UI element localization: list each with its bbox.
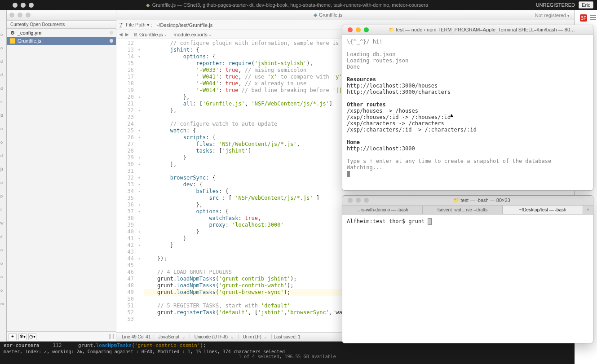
- history-button[interactable]: ◷▾: [28, 333, 36, 340]
- new-tab-button[interactable]: +: [583, 206, 593, 214]
- extension-badge[interactable]: BP: [580, 14, 587, 22]
- sidebar-file-item[interactable]: 🟨Gruntfile.js: [7, 37, 116, 45]
- bottom-tab[interactable]: eor-coursera: [4, 342, 39, 348]
- header-tabs-text: ◆ Gruntfile.js — CSnet3, github-pages-st…: [38, 2, 536, 8]
- user-button[interactable]: Eric: [579, 1, 593, 9]
- terminal-title: test — node ‹ npm TERM_PROGRAM=Apple_Ter…: [396, 27, 575, 32]
- file-icon: 🗎: [133, 32, 138, 37]
- terminal-titlebar[interactable]: 📁test — -bash — 80×23: [342, 196, 593, 206]
- gear-button[interactable]: ✻▾: [18, 333, 27, 340]
- dropdown-icon[interactable]: ⌄: [208, 32, 212, 37]
- traffic-lights-dim[interactable]: [348, 198, 369, 203]
- terminal-window-bash[interactable]: 📁test — -bash — 80×23 …rs-with-domino — …: [342, 195, 593, 343]
- breadcrumb-file[interactable]: 🗎Gruntfile.js ⌄: [132, 32, 169, 37]
- bottom-line-number: 112: [44, 342, 62, 348]
- editor-titlebar: ◆Gruntfile.js Not registered ▾: [116, 10, 574, 20]
- filepath-label[interactable]: File Path ▾ :: [126, 22, 152, 28]
- status-position[interactable]: Line 49 Col 41: [119, 334, 154, 339]
- traffic-lights-dim[interactable]: [9, 13, 31, 18]
- traffic-lights[interactable]: [348, 27, 369, 32]
- terminal-tab[interactable]: …rs-with-domino — -bash: [342, 206, 423, 214]
- terminal-tab[interactable]: ~/Desktop/test — -bash: [503, 206, 583, 214]
- bottom-panel: eor-coursera 112 grunt.loadNpmTasks('gru…: [0, 342, 575, 364]
- not-registered-label: Not registered: [535, 13, 566, 18]
- terminal-body[interactable]: Alfheim:test thor$ grunt: [342, 215, 593, 343]
- filepath-value: ~/Desktop/test/Gruntfile.js: [156, 22, 212, 28]
- dropdown-icon[interactable]: ⌄: [164, 32, 168, 37]
- status-encoding[interactable]: Unicode (UTF-8) ⌄: [192, 334, 239, 339]
- terminal-title: test — -bash — 80×23: [460, 197, 510, 203]
- hamburger-icon[interactable]: [590, 15, 596, 20]
- modified-dot-icon: [110, 39, 113, 43]
- breadcrumb-symbol[interactable]: module.exports ⌄: [172, 32, 214, 37]
- file-icon: 🟨: [9, 38, 16, 44]
- fold-column[interactable]: ▾▾◂◂▾▾◂◂▾▾▾◂▾◂◂◂◂: [136, 39, 142, 332]
- file-icon: ◆: [314, 12, 317, 18]
- unregistered-label: UNREGISTERED: [536, 2, 575, 8]
- resize-handle[interactable]: [108, 334, 114, 339]
- folder-icon: 📁: [389, 27, 395, 32]
- file-icon: ◆: [146, 2, 150, 8]
- left-tab-strip: oodddsBoodjsoptwirooooru: [0, 10, 6, 350]
- status-language[interactable]: JavaScript ⌄: [156, 334, 190, 339]
- bottom-status-2: 1 of 4 selected, 196.55 GB available: [4, 354, 571, 359]
- sidebar-section-header: Currently Open Documents: [7, 20, 116, 29]
- sidebar: Currently Open Documents ⚙︎_config.yml🟨G…: [7, 10, 116, 341]
- nav-back-icon[interactable]: ◀: [119, 32, 123, 37]
- mouse-cursor-icon: ▴: [450, 111, 453, 118]
- folder-icon: 📁: [453, 197, 460, 203]
- sidebar-file-item[interactable]: ⚙︎_config.yml: [7, 29, 116, 37]
- line-gutter: 1213141516171819202122232425262728293031…: [116, 39, 136, 332]
- bottom-status-1: master, index: ✓, working: 2✻, Comparing…: [4, 349, 571, 354]
- terminal-tabs[interactable]: …rs-with-domino — -bashfsevent_wat…rve -…: [342, 206, 593, 215]
- terminal-prompt: Alfheim:test thor$ grunt: [347, 218, 428, 224]
- add-button[interactable]: +: [9, 333, 17, 340]
- cursor-block: [428, 219, 431, 224]
- sidebar-titlebar: [7, 10, 116, 20]
- traffic-lights[interactable]: [13, 3, 34, 8]
- status-eol[interactable]: Unix (LF) ⌄: [240, 334, 272, 339]
- editor-title: Gruntfile.js: [319, 12, 343, 18]
- file-icon: ⚙︎: [9, 30, 16, 36]
- terminal-body[interactable]: \{^_^}/ hi! Loading db.jsonLoading route…: [342, 35, 593, 190]
- file-name: _config.yml: [18, 30, 43, 35]
- cursor-icon: T̲: [119, 22, 122, 28]
- terminal-titlebar[interactable]: 📁test — node ‹ npm TERM_PROGRAM=Apple_Te…: [342, 25, 593, 35]
- sidebar-bottom-tools: + ✻▾ ◷▾: [7, 331, 116, 341]
- bottom-code: grunt.loadNpmTasks('grunt-contrib-cssmin…: [66, 342, 206, 348]
- nav-fwd-icon[interactable]: ▶: [125, 32, 129, 37]
- modified-dot-icon: [110, 31, 113, 35]
- file-name: Gruntfile.js: [18, 38, 41, 44]
- sublime-header: ◆ Gruntfile.js — CSnet3, github-pages-st…: [6, 0, 597, 10]
- dropdown-icon[interactable]: ▾: [567, 13, 570, 18]
- status-saved: Last saved: 1: [274, 334, 300, 339]
- terminal-tab[interactable]: fsevent_wat…rve --drafts: [423, 206, 503, 214]
- terminal-window-node[interactable]: 📁test — node ‹ npm TERM_PROGRAM=Apple_Te…: [342, 25, 593, 191]
